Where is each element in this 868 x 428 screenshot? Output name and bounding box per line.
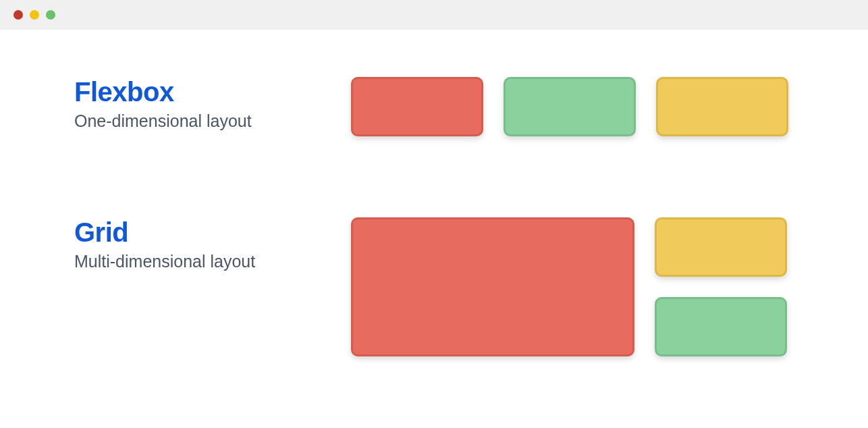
flexbox-item-yellow bbox=[656, 77, 788, 136]
grid-title: Grid bbox=[74, 217, 331, 248]
window-close-icon[interactable] bbox=[13, 10, 23, 20]
flexbox-title: Flexbox bbox=[74, 77, 331, 107]
grid-demo bbox=[351, 217, 794, 356]
grid-item-yellow bbox=[655, 217, 787, 277]
grid-subtitle: Multi-dimensional layout bbox=[74, 252, 331, 271]
flexbox-section: Flexbox One-dimensional layout bbox=[74, 77, 794, 136]
flexbox-item-green bbox=[504, 77, 636, 136]
flexbox-label-column: Flexbox One-dimensional layout bbox=[74, 77, 331, 136]
window-titlebar bbox=[0, 0, 868, 30]
flexbox-subtitle: One-dimensional layout bbox=[74, 111, 331, 131]
flexbox-demo bbox=[351, 77, 794, 136]
window-maximize-icon[interactable] bbox=[46, 10, 55, 20]
grid-item-red bbox=[351, 217, 634, 356]
grid-label-column: Grid Multi-dimensional layout bbox=[74, 217, 331, 356]
grid-item-green bbox=[655, 297, 787, 356]
content-area: Flexbox One-dimensional layout Grid Mult… bbox=[0, 30, 868, 356]
flexbox-item-red bbox=[351, 77, 483, 136]
window-minimize-icon[interactable] bbox=[30, 10, 39, 20]
grid-section: Grid Multi-dimensional layout bbox=[74, 217, 794, 356]
